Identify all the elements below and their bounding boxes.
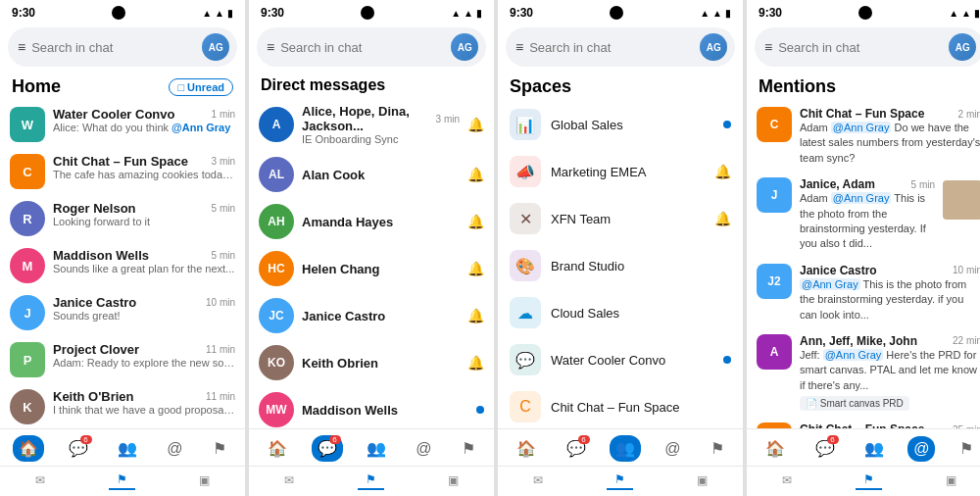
user-avatar[interactable]: AG bbox=[949, 33, 976, 61]
unread-button[interactable]: □ Unread bbox=[169, 78, 233, 96]
tab-item-0[interactable]: ✉ bbox=[27, 471, 53, 490]
bell-icon[interactable]: 🔔 bbox=[467, 117, 484, 132]
mention-space: Ann, Jeff, Mike, John bbox=[800, 334, 917, 348]
nav-item-2[interactable]: 👥 bbox=[112, 435, 143, 462]
file-chip[interactable]: 📄 Smart canvas PRD bbox=[800, 396, 909, 411]
nav-item-0[interactable]: 🏠 bbox=[511, 435, 542, 462]
space-item[interactable]: 📣 Marketing EMEA 🔔 bbox=[498, 148, 743, 195]
chat-item[interactable]: P Project Clover 11 min Adam: Ready to e… bbox=[0, 336, 245, 383]
menu-icon[interactable]: ≡ bbox=[267, 39, 274, 55]
dm-item[interactable]: JC Janice Castro 🔔 bbox=[249, 292, 494, 339]
search-input[interactable] bbox=[778, 40, 943, 55]
bell-icon[interactable]: 🔔 bbox=[714, 211, 731, 226]
space-item[interactable]: C Chit Chat – Fun Space bbox=[498, 383, 743, 428]
chat-list: W Water Cooler Convo 1 min Alice: What d… bbox=[0, 101, 245, 428]
tab-item-0[interactable]: ✉ bbox=[276, 471, 302, 490]
mention-item[interactable]: A Ann, Jeff, Mike, John 22 min Jeff: @An… bbox=[747, 328, 980, 417]
tab-icon-0: ✉ bbox=[35, 473, 45, 487]
bell-icon[interactable]: 🔔 bbox=[467, 214, 484, 229]
chat-item[interactable]: M Maddison Wells 5 min Sounds like a gre… bbox=[0, 242, 245, 289]
dm-item[interactable]: AL Alan Cook 🔔 bbox=[249, 151, 494, 198]
nav-item-4[interactable]: ⚑ bbox=[954, 435, 979, 462]
search-input[interactable] bbox=[529, 40, 694, 55]
nav-item-1[interactable]: 6 💬 bbox=[312, 435, 343, 462]
user-avatar[interactable]: AG bbox=[700, 33, 727, 61]
dm-content: Keith Obrien bbox=[302, 356, 460, 371]
tab-item-1[interactable]: ⚑ bbox=[109, 471, 135, 490]
mention-item[interactable]: J2 Janice Castro 10 min @Ann Gray This i… bbox=[747, 258, 980, 328]
dm-item[interactable]: MW Maddison Wells bbox=[249, 386, 494, 428]
space-item[interactable]: ✕ XFN Team 🔔 bbox=[498, 195, 743, 242]
status-bar: 9:30 ▲ ▲ ▮ bbox=[747, 0, 980, 24]
menu-icon[interactable]: ≡ bbox=[515, 39, 523, 55]
tab-item-1[interactable]: ⚑ bbox=[358, 471, 384, 490]
bell-icon[interactable]: 🔔 bbox=[467, 167, 484, 182]
tab-item-2[interactable]: ▣ bbox=[689, 471, 715, 490]
user-avatar[interactable]: AG bbox=[451, 33, 478, 61]
battery-icon: ▮ bbox=[227, 8, 233, 19]
menu-icon[interactable]: ≡ bbox=[764, 39, 772, 55]
tab-icon-0: ✉ bbox=[782, 473, 792, 487]
dm-name: Alan Cook bbox=[302, 168, 365, 182]
bell-icon[interactable]: 🔔 bbox=[467, 261, 484, 276]
nav-item-2[interactable]: 👥 bbox=[858, 435, 890, 462]
chat-item[interactable]: K Keith O'Brien 11 min I think that we h… bbox=[0, 383, 245, 428]
chat-item[interactable]: J Janice Castro 10 min Sounds great! bbox=[0, 289, 245, 336]
nav-item-0[interactable]: 🏠 bbox=[13, 435, 44, 462]
search-input[interactable] bbox=[280, 40, 445, 55]
tab-item-1[interactable]: ⚑ bbox=[856, 471, 882, 490]
nav-item-3[interactable]: @ bbox=[907, 436, 935, 462]
nav-item-0[interactable]: 🏠 bbox=[760, 435, 791, 462]
bell-icon[interactable]: 🔔 bbox=[467, 355, 484, 371]
space-item[interactable]: 💬 Water Cooler Convo bbox=[498, 336, 743, 383]
chat-item[interactable]: C Chit Chat – Fun Space 3 min The cafe h… bbox=[0, 148, 245, 195]
nav-item-1[interactable]: 6 💬 bbox=[561, 435, 592, 462]
nav-item-1[interactable]: 6 💬 bbox=[809, 435, 841, 462]
mention-item[interactable]: C2 Chit Chat – Fun Space 35 min Roger: @… bbox=[747, 417, 980, 428]
tab-item-0[interactable]: ✉ bbox=[525, 471, 551, 490]
space-item[interactable]: 📊 Global Sales bbox=[498, 101, 743, 148]
nav-item-3[interactable]: @ bbox=[659, 436, 686, 462]
dm-item[interactable]: KO Keith Obrien 🔔 bbox=[249, 339, 494, 386]
nav-item-3[interactable]: @ bbox=[410, 436, 437, 462]
nav-item-4[interactable]: ⚑ bbox=[207, 435, 232, 462]
tab-item-0[interactable]: ✉ bbox=[774, 471, 800, 490]
nav-item-2[interactable]: 👥 bbox=[361, 435, 392, 462]
user-avatar[interactable]: AG bbox=[202, 33, 229, 61]
mention-avatar: A bbox=[757, 334, 792, 370]
nav-item-1[interactable]: 6 💬 bbox=[63, 435, 94, 462]
nav-item-3[interactable]: @ bbox=[161, 436, 188, 462]
dm-item[interactable]: AH Amanda Hayes 🔔 bbox=[249, 198, 494, 245]
battery-icon: ▮ bbox=[476, 8, 482, 19]
tab-item-1[interactable]: ⚑ bbox=[607, 471, 633, 490]
dm-item[interactable]: HC Helen Chang 🔔 bbox=[249, 245, 494, 292]
space-item[interactable]: ☁ Cloud Sales bbox=[498, 289, 743, 336]
tab-item-2[interactable]: ▣ bbox=[938, 471, 964, 490]
chat-preview: Sounds great! bbox=[53, 310, 235, 322]
dm-item[interactable]: A Alice, Hope, Dina, Jackson... 3 min IE… bbox=[249, 98, 494, 151]
chat-item[interactable]: W Water Cooler Convo 1 min Alice: What d… bbox=[0, 101, 245, 148]
bell-icon[interactable]: 🔔 bbox=[467, 308, 484, 323]
chat-item[interactable]: R Roger Nelson 5 min Looking forward to … bbox=[0, 195, 245, 242]
tab-item-2[interactable]: ▣ bbox=[440, 471, 466, 490]
nav-item-0[interactable]: 🏠 bbox=[262, 435, 293, 462]
mention-item[interactable]: C Chit Chat – Fun Space 2 min Adam @Ann … bbox=[747, 101, 980, 172]
space-name: Chit Chat – Fun Space bbox=[551, 400, 731, 415]
chat-time: 11 min bbox=[206, 344, 235, 355]
mention-item[interactable]: J Janice, Adam 5 min Adam @Ann Gray This… bbox=[747, 172, 980, 258]
dm-name: Helen Chang bbox=[302, 262, 379, 276]
chat-time: 5 min bbox=[212, 250, 235, 261]
nav-item-4[interactable]: ⚑ bbox=[705, 435, 730, 462]
tab-item-2[interactable]: ▣ bbox=[191, 471, 218, 490]
nav-item-2[interactable]: 👥 bbox=[610, 435, 641, 462]
bell-icon[interactable]: 🔔 bbox=[714, 164, 731, 179]
nav-icon-3: @ bbox=[167, 440, 182, 458]
space-item[interactable]: 🎨 Brand Studio bbox=[498, 242, 743, 289]
signal-icon: ▲ bbox=[961, 8, 971, 19]
nav-badge-1: 6 bbox=[578, 435, 590, 444]
menu-icon[interactable]: ≡ bbox=[18, 39, 25, 55]
search-input[interactable] bbox=[31, 40, 196, 55]
dm-avatar: A bbox=[259, 107, 294, 142]
nav-item-4[interactable]: ⚑ bbox=[456, 435, 481, 462]
wifi-icon: ▲ bbox=[451, 8, 461, 19]
